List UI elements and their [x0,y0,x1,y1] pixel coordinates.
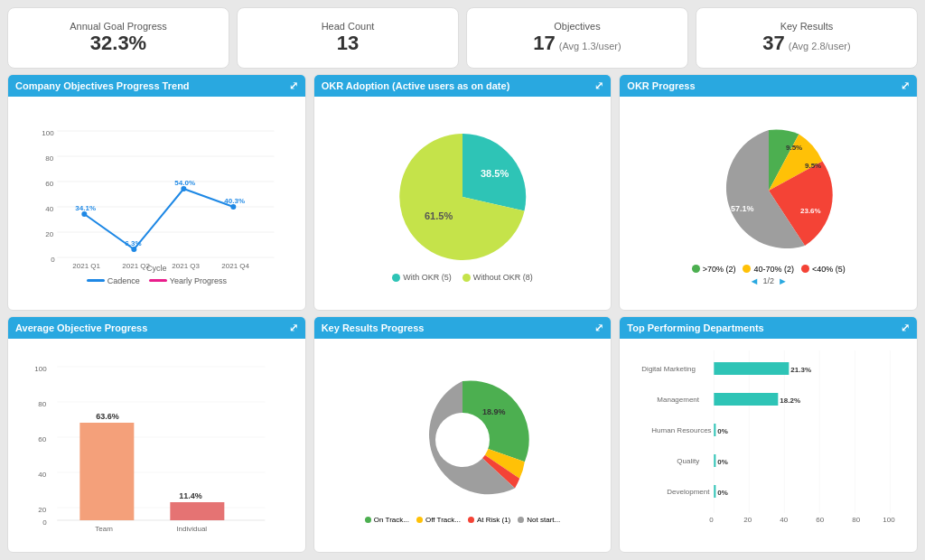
kpi-headcount-value: 13 [337,32,359,55]
chart-avg-objective-header: Average Objective Progress ⤢ [8,317,305,339]
svg-text:38.5%: 38.5% [481,168,509,179]
svg-text:63.6%: 63.6% [96,412,119,421]
legend-cadence-label: Cadence [107,276,140,285]
kpi-keyresults-value: 37 [762,32,784,55]
chart-avg-objective-body: 100 80 60 40 20 0 63.6% [8,339,305,552]
kr-atrisk-color [468,517,474,523]
kpi-keyresults: Key Results 37 (Avg 2.8/user) [696,7,918,69]
svg-rect-70 [715,424,716,436]
svg-rect-64 [715,362,790,375]
kr-ontrack-label: On Track... [374,516,409,524]
svg-text:Human Resources: Human Resources [652,426,712,434]
kr-notstarted-color [518,517,524,523]
svg-text:100: 100 [42,129,54,137]
chart-okr-adoption-title: OKR Adoption (Active users as on date) [322,80,510,91]
kr-atrisk-label: At Risk (1) [477,516,510,524]
line-chart-legend: Cadence Yearly Progress [87,276,227,285]
kr-progress-donut-svg: 18.9% 75.7% [390,368,535,512]
adoption-pie-svg: 38.5% 61.5% [390,125,535,269]
top-depts-bar-svg: 0 20 40 60 80 100 Digital Marketing [623,346,913,527]
adoption-without-color [462,274,471,282]
svg-text:100: 100 [34,365,47,373]
svg-text:0%: 0% [718,489,729,497]
svg-text:40: 40 [38,471,46,479]
svg-text:0%: 0% [718,427,729,435]
expand-icon-trend[interactable]: ⤢ [289,79,298,92]
svg-text:2021 Q3: 2021 Q3 [172,262,200,270]
kpi-annual-goal-label: Annual Goal Progress [70,21,167,32]
kpi-row: Annual Goal Progress 32.3% Head Count 13… [7,7,918,69]
svg-text:60: 60 [817,516,825,524]
chart-top-depts-body: 0 20 40 60 80 100 Digital Marketing [620,339,917,552]
expand-icon-avg[interactable]: ⤢ [289,322,298,334]
kr-offtrack-legend: Off Track... [416,516,461,524]
okr-40-70-color [743,265,751,273]
chart-okr-progress-header: OKR Progress ⤢ [620,75,917,97]
legend-cadence-color [87,279,105,282]
next-page-btn[interactable]: ► [778,275,788,286]
svg-text:80: 80 [38,400,46,408]
okr-lt40-color [801,265,809,273]
expand-icon-okr-progress[interactable]: ⤢ [901,79,910,92]
chart-objectives-trend-header: Company Objectives Progress Trend ⤢ [8,75,305,97]
svg-text:20: 20 [744,516,752,524]
chart-kr-progress: Key Results Progress ⤢ 18.9% 75.7% [313,316,612,553]
kpi-objectives: Objectives 17 (Avg 1.3/user) [466,7,688,69]
expand-icon-depts[interactable]: ⤢ [901,322,910,334]
chart-top-depts-header: Top Performing Departments ⤢ [620,317,917,339]
svg-text:Development: Development [668,488,711,496]
kr-notstarted-legend: Not start... [518,516,560,524]
svg-text:34.1%: 34.1% [75,204,96,212]
adoption-legend-without: Without OKR (8) [462,273,533,282]
adoption-legend: With OKR (5) Without OKR (8) [392,273,533,282]
chart-okr-adoption-header: OKR Adoption (Active users as on date) ⤢ [314,75,612,97]
adoption-legend-with: With OKR (5) [392,273,452,282]
chart-okr-progress-body: 9.5% 9.5% 23.6% 57.1% >70% (2) 40-70% (2… [620,97,917,310]
okr-40-70-label: 40-70% (2) [753,265,794,274]
svg-text:23.6%: 23.6% [800,207,821,215]
line-chart-svg: 100 80 60 40 20 0 2021 Q1 2021 Q2 [14,122,300,271]
svg-rect-44 [170,502,224,520]
expand-icon-adoption[interactable]: ⤢ [594,79,603,92]
svg-text:100: 100 [883,516,896,524]
adoption-with-label: With OKR (5) [403,273,452,282]
svg-text:6.3%: 6.3% [125,239,141,247]
kr-ontrack-color [365,517,371,523]
adoption-with-color [392,274,400,282]
charts-row-2: Average Objective Progress ⤢ 100 80 60 4… [7,316,918,553]
chart-okr-adoption: OKR Adoption (Active users as on date) ⤢… [313,74,612,311]
kpi-objectives-label: Objectives [554,21,600,32]
okr-progress-pie-svg: 9.5% 9.5% 23.6% 57.1% [696,121,841,261]
chart-kr-progress-body: 18.9% 75.7% On Track... Off Track... At … [314,339,612,552]
x-axis-label: Cycle [146,264,167,273]
expand-icon-kr[interactable]: ⤢ [594,322,603,334]
legend-yearly: Yearly Progress [149,276,227,285]
chart-objectives-trend-body: 100 80 60 40 20 0 2021 Q1 2021 Q2 [8,97,305,310]
kpi-keyresults-sub: (Avg 2.8/user) [789,41,851,51]
svg-text:0: 0 [42,518,47,527]
svg-point-48 [435,413,490,467]
okr-lt40-label: <40% (5) [812,265,846,274]
dashboard: Annual Goal Progress 32.3% Head Count 13… [0,0,925,560]
chart-avg-objective-title: Average Objective Progress [15,322,147,333]
svg-text:0%: 0% [718,458,729,466]
svg-text:0: 0 [51,256,55,264]
kr-legend: On Track... Off Track... At Risk (1) Not… [365,516,560,524]
kr-notstarted-label: Not start... [527,516,560,524]
svg-text:9.5%: 9.5% [805,162,821,170]
kr-offtrack-label: Off Track... [425,516,461,524]
prev-page-btn[interactable]: ◄ [750,275,760,286]
okr-gt70-label: >70% (2) [703,265,736,274]
svg-text:20: 20 [45,230,53,238]
kpi-annual-goal-value: 32.3% [90,32,146,55]
legend-cadence: Cadence [87,276,140,285]
kpi-objectives-value: 17 [533,32,555,55]
svg-rect-73 [715,454,716,467]
svg-text:0: 0 [710,516,715,524]
svg-rect-67 [715,393,779,406]
chart-kr-progress-title: Key Results Progress [322,322,425,333]
okr-gt70-color [692,265,700,273]
page-indicator: 1/2 [762,276,774,285]
svg-text:2021 Q1: 2021 Q1 [72,262,100,270]
avg-objective-bar-svg: 100 80 60 40 20 0 63.6% [14,358,300,534]
